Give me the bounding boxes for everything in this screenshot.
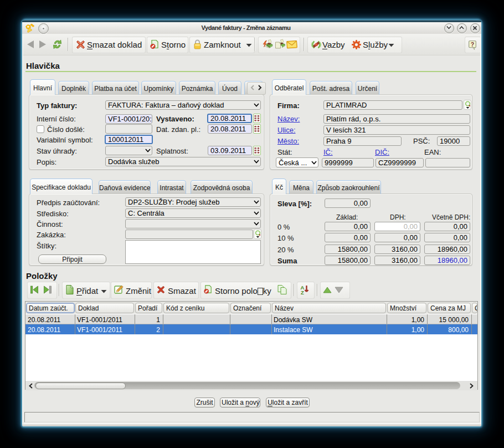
svg-text:Z: Z	[301, 289, 304, 296]
svg-text:?: ?	[471, 41, 474, 48]
